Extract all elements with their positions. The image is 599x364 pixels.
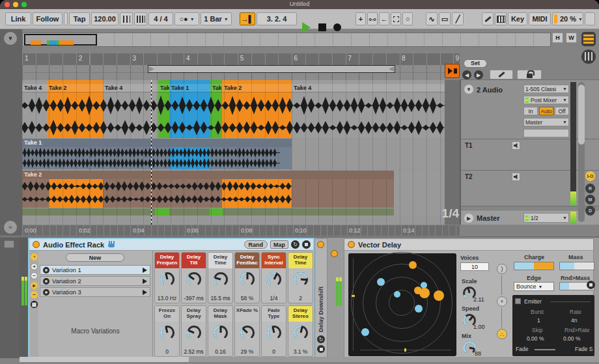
loop-brace[interactable] (148, 65, 395, 73)
take-highlight[interactable] (49, 179, 103, 208)
y-axis-slider[interactable] (353, 259, 354, 351)
save-preset-icon[interactable] (587, 281, 595, 289)
record-button[interactable] (333, 23, 341, 31)
optimize-height-button[interactable]: H (552, 33, 563, 43)
tempo-field[interactable]: 120.00 (91, 12, 118, 25)
macro-knob-cell[interactable]: SyncInterval1/4 (261, 252, 286, 303)
add-view-toggle[interactable]: + (497, 296, 507, 307)
launch-variation-button[interactable]: ▸ (31, 282, 38, 289)
audio-clip[interactable]: Tak (158, 84, 169, 138)
device-on-led[interactable] (348, 241, 355, 248)
fade-slider[interactable] (535, 349, 555, 350)
master-output-chooser[interactable]: 1/2▼ (523, 213, 569, 223)
macro-knob-cell[interactable]: DelayStereo3.1 % (288, 305, 313, 357)
variation-row[interactable]: Variation 1 (40, 265, 150, 275)
macro-knob[interactable] (212, 324, 229, 344)
x-axis-handle[interactable] (404, 348, 406, 352)
burst-value[interactable]: 1 (537, 317, 540, 324)
time-ruler[interactable]: 0:000:020:040:060:080:100:120:14 (22, 225, 460, 236)
time-signature-field[interactable]: 4 / 4 (148, 12, 173, 25)
collapsed-device-delay-downshift[interactable]: Delay Downshift ↻ (314, 238, 327, 357)
arrangement-vertical-scrollbar[interactable] (578, 82, 585, 222)
show-mixer-toggle[interactable]: M (585, 195, 595, 204)
re-enable-automation-button[interactable]: ← (379, 12, 389, 25)
audio-clip[interactable]: Take 2 (222, 84, 292, 138)
device-on-led[interactable] (317, 241, 324, 248)
delay-particle-dot[interactable] (361, 328, 369, 336)
macro-knob[interactable] (159, 324, 176, 344)
take-lane-3[interactable] (22, 208, 445, 216)
key-map-button[interactable]: Key (508, 12, 527, 25)
skip-value[interactable]: 0.00 % (527, 335, 544, 342)
take-highlight[interactable] (210, 208, 223, 216)
unfold-master-button[interactable]: ▶ (464, 214, 473, 223)
particles-view-toggle[interactable]: ⸫ (497, 329, 507, 339)
rack-title-bar[interactable]: Audio Effect Rack Rand Map ↻ (29, 239, 313, 251)
loop-button[interactable]: ▭ (439, 12, 451, 25)
save-preset-icon[interactable] (302, 240, 311, 249)
next-locator-button[interactable]: ▶ (474, 70, 483, 79)
set-locator-button[interactable]: Set (464, 59, 487, 68)
rate-value[interactable]: 4n (571, 317, 577, 324)
remove-variation-button[interactable]: − (31, 272, 38, 279)
overdub-button[interactable]: + (355, 12, 366, 25)
variation-row[interactable]: Variation 2 (40, 276, 150, 286)
take-highlight[interactable] (222, 179, 292, 208)
charge-slider[interactable] (514, 262, 554, 270)
groove-quantize-button[interactable]: ○●▼ (174, 12, 199, 25)
arrangement-overview[interactable] (22, 33, 551, 47)
monitor-in-button[interactable]: In (523, 107, 538, 115)
scrollbar-handle[interactable] (578, 85, 585, 145)
audio-clip[interactable]: Tak (210, 84, 222, 138)
master-track-name[interactable]: Master (477, 214, 499, 222)
macro-knob-cell[interactable]: DelayFrequen13.0 Hz (154, 252, 180, 303)
play-button[interactable] (302, 22, 311, 33)
show-delay-toggle[interactable]: D (585, 206, 595, 216)
take-highlight[interactable] (155, 208, 169, 216)
macro-knob[interactable] (292, 324, 309, 344)
new-variation-snapshot-button[interactable]: ▦ (31, 301, 38, 308)
arrangement-lanes[interactable]: Take 4Take 2Take 4TakTake 1TakTake 2Take… (22, 80, 445, 225)
delay-particle-dot[interactable] (409, 261, 417, 269)
output-channel-chooser[interactable] (523, 129, 569, 137)
computer-midi-keyboard-button[interactable] (495, 12, 507, 25)
recall-variation-button[interactable]: − (31, 291, 38, 298)
audio-clip[interactable]: Take 4 (292, 84, 445, 138)
new-variation-button[interactable]: New (66, 253, 124, 262)
macro-knob[interactable] (239, 324, 256, 344)
count-in-button[interactable] (134, 12, 147, 25)
loop-end-icon[interactable] (389, 66, 394, 72)
back-to-arrangement-button[interactable]: ▼ (4, 32, 17, 45)
link-button[interactable]: Link (5, 12, 31, 25)
unfold-track-button[interactable]: ▼ (464, 85, 473, 94)
mass-slider[interactable] (559, 262, 594, 270)
add-variation-button[interactable]: + (31, 263, 38, 270)
save-preset-icon[interactable] (317, 345, 325, 353)
macro-knob[interactable] (159, 271, 176, 290)
automation-arm-button[interactable]: o-o (367, 12, 378, 25)
audio-effect-rack-device[interactable]: Audio Effect Rack Rand Map ↻ ◔ + − ▸ − ▦… (29, 238, 314, 357)
tap-tempo-button[interactable]: Tap (69, 12, 90, 25)
voices-value[interactable]: 10 (460, 262, 489, 271)
vector-xy-display[interactable] (348, 253, 456, 356)
monitor-off-button[interactable]: Off (555, 107, 569, 115)
device-on-led[interactable] (33, 241, 40, 248)
macro-knob-cell[interactable]: FreezeOn0 (154, 305, 180, 357)
show-macros-button[interactable]: ◔ (31, 253, 38, 260)
input-type-chooser[interactable]: 1-505 Classi▼ (523, 85, 569, 93)
edge-dropdown[interactable]: Bounce▼ (514, 282, 554, 291)
optimize-width-button[interactable]: W (566, 33, 577, 43)
macro-knob-cell[interactable]: DelaySpray2.52 ms (181, 305, 206, 357)
beat-time-ruler[interactable]: 123456789 (22, 53, 460, 65)
session-record-button[interactable] (391, 12, 401, 25)
variation-row[interactable]: Variation 3 (40, 287, 150, 297)
input-channel-chooser[interactable]: Post Mixer▼ (523, 96, 569, 104)
follow-button[interactable]: Follow (33, 12, 63, 25)
fade-mode-button[interactable]: ∿ (426, 12, 438, 25)
delay-particle-dot[interactable] (394, 291, 400, 298)
audio-clip[interactable]: Take 4 (103, 84, 158, 138)
macro-knob[interactable] (212, 271, 229, 290)
take-lane-title[interactable]: Take 1 (22, 139, 292, 147)
insert-marker[interactable] (151, 80, 152, 225)
macro-knob[interactable] (292, 271, 309, 290)
